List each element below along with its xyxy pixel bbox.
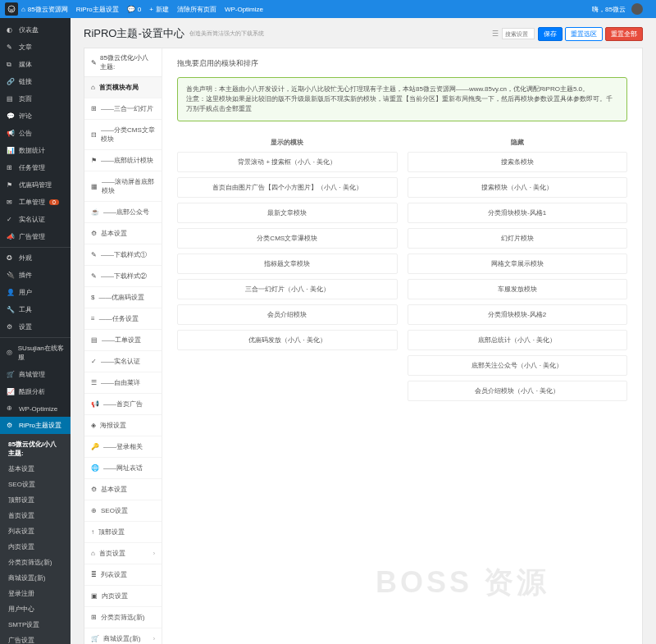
settings-menu-item[interactable]: ☕——底部公众号: [84, 202, 162, 223]
settings-menu-item[interactable]: ⚑——底部统计模块: [84, 150, 162, 171]
settings-menu-item[interactable]: ⌂首页模块布局: [84, 77, 162, 98]
sidebar-subitem[interactable]: 商城设置(新): [0, 570, 71, 586]
settings-menu-item[interactable]: 🔑——登录相关: [84, 436, 162, 458]
module-item[interactable]: 幻灯片模块: [408, 228, 628, 249]
module-item[interactable]: 背景滚动 + 搜索框（小八 · 美化）: [177, 152, 398, 172]
module-item[interactable]: 三合一幻灯片（小八 · 美化）: [177, 279, 398, 299]
module-item[interactable]: 会员介绍模块: [177, 304, 398, 325]
sidebar-item[interactable]: ⚙RiPro主题设置: [0, 417, 71, 434]
sidebar-subitem[interactable]: 列表设置: [0, 523, 71, 539]
sidebar-item[interactable]: ✓实名认证: [0, 211, 71, 228]
sidebar-item[interactable]: 📊数据统计: [0, 142, 71, 159]
sidebar-item[interactable]: 📢公告: [0, 125, 71, 142]
home-icon: ⌂: [21, 6, 25, 13]
settings-menu-item[interactable]: ↑顶部设置: [84, 522, 162, 543]
module-item[interactable]: 指标题文章模块: [177, 253, 398, 274]
settings-menu-item[interactable]: ⚙基本设置: [84, 479, 162, 500]
menu-item-label: ——下载样式①: [101, 250, 147, 259]
sidebar-item[interactable]: 🔌插件: [0, 267, 71, 284]
module-item[interactable]: 优惠码发放（小八 · 美化）: [177, 330, 398, 350]
settings-menu-item[interactable]: ▤——工单设置: [84, 330, 162, 351]
sidebar-item[interactable]: 🛒商城管理: [0, 366, 71, 383]
settings-menu-item[interactable]: ▦——滚动屏首底部模块: [84, 171, 162, 202]
module-item[interactable]: 底部总统计（小八 · 美化）: [408, 330, 628, 350]
sidebar-item[interactable]: ▤页面: [0, 90, 71, 107]
sidebar-subitem[interactable]: 登录注册: [0, 586, 71, 601]
module-item[interactable]: 分类CMS文章瀑模块: [177, 228, 398, 249]
menu-icon: 🔗: [7, 78, 15, 86]
sidebar-item[interactable]: 🔗链接: [0, 73, 71, 90]
sidebar-subitem[interactable]: 广告设置: [0, 633, 71, 644]
greeting[interactable]: 嗨，85微云: [592, 3, 643, 15]
sidebar-item[interactable]: ⧉媒体: [0, 56, 71, 73]
sidebar-item[interactable]: ✪外观: [0, 247, 71, 267]
sidebar-item[interactable]: 📣广告管理: [0, 228, 71, 245]
settings-menu-item[interactable]: ⊕SEO设置: [84, 500, 162, 522]
reset-all-button[interactable]: 重置全部: [605, 27, 643, 41]
module-item[interactable]: 最新文章模块: [177, 203, 398, 223]
sidebar-subitem[interactable]: 内页设置: [0, 539, 71, 555]
sidebar-subitem[interactable]: SEO设置: [0, 477, 71, 492]
sidebar-item[interactable]: ⚙设置: [0, 318, 71, 336]
module-item[interactable]: 网格文章展示模块: [408, 253, 628, 274]
settings-menu-item[interactable]: ⚙基本设置: [84, 223, 162, 244]
module-item[interactable]: 搜索条模块: [408, 152, 628, 172]
settings-menu-item[interactable]: 📢——首页广告: [84, 394, 162, 415]
module-item[interactable]: 会员介绍模块（小八 · 美化）: [408, 381, 628, 401]
settings-menu-item[interactable]: 🌐——网址表话: [84, 458, 162, 479]
save-button[interactable]: 保存: [538, 27, 563, 41]
settings-menu-item[interactable]: ◈海报设置: [84, 415, 162, 436]
settings-menu-item[interactable]: ✎——下载样式②: [84, 266, 162, 287]
wp-logo-icon[interactable]: [5, 2, 18, 16]
sidebar-item[interactable]: ✎文章: [0, 39, 71, 56]
settings-menu-item[interactable]: $——优惠码设置: [84, 287, 162, 308]
module-item[interactable]: 车服发放模块: [408, 279, 628, 299]
sidebar-item[interactable]: 👤用户: [0, 284, 71, 301]
sidebar-item[interactable]: ⊞任务管理: [0, 159, 71, 176]
module-item[interactable]: 底部关注公众号（小八 · 美化）: [408, 355, 628, 376]
module-item[interactable]: 搜索模块（小八 · 美化）: [408, 177, 628, 198]
settings-menu-item[interactable]: ≡——任务设置: [84, 308, 162, 330]
sidebar-item[interactable]: ◐仪表盘: [0, 21, 71, 39]
reset-section-button[interactable]: 重置选区: [565, 27, 603, 41]
settings-menu-item[interactable]: ⊟——分类CMS文章模块: [84, 120, 162, 150]
sidebar-subitem[interactable]: 顶部设置: [0, 492, 71, 508]
site-name-link[interactable]: ⌂85微云资源网: [21, 5, 68, 14]
settings-menu-item[interactable]: ▣内页设置: [84, 586, 162, 607]
sidebar-subitem[interactable]: 85微云优化/小八主题:: [0, 436, 71, 461]
settings-menu-item[interactable]: ☰——自由菜详: [84, 372, 162, 394]
sidebar-subitem[interactable]: SMTP设置: [0, 617, 71, 633]
sidebar-item[interactable]: ⚑优惠码管理: [0, 176, 71, 194]
settings-search-input[interactable]: [502, 28, 535, 39]
wp-optimize-link[interactable]: WP-Optimize: [225, 6, 263, 13]
sidebar-subitem[interactable]: 基本设置: [0, 461, 71, 477]
menu-item-icon: ⊟: [91, 131, 97, 139]
sidebar-item[interactable]: ✉工单管理0: [0, 194, 71, 211]
module-item[interactable]: 分类滑块模块-风格2: [408, 304, 628, 325]
comments-link[interactable]: 💬0: [127, 6, 141, 13]
new-content-link[interactable]: +新建: [149, 5, 169, 14]
settings-menu-item[interactable]: ≣列表设置: [84, 564, 162, 586]
settings-menu-item[interactable]: ⌂首页设置›: [84, 543, 162, 564]
sidebar-subitem[interactable]: 分类页筛选(新): [0, 555, 71, 570]
settings-menu-item[interactable]: ⊞分类页筛选(新): [84, 607, 162, 628]
menu-icon: 🔧: [7, 306, 15, 314]
sidebar-item[interactable]: ◎SUsujian在线客服: [0, 337, 71, 366]
module-item[interactable]: 首页自由图片广告【四个小方图片】（小八 · 美化）: [177, 177, 398, 198]
theme-settings-link[interactable]: RiPro主题设置: [76, 5, 119, 14]
sidebar-subitem[interactable]: 首页设置: [0, 508, 71, 523]
sidebar-item[interactable]: 🔧工具: [0, 301, 71, 318]
sidebar-item[interactable]: 📈酷跟分析: [0, 383, 71, 400]
menu-icon[interactable]: ☰: [492, 30, 499, 38]
menu-icon: ✉: [7, 199, 15, 207]
sidebar-subitem[interactable]: 用户中心: [0, 601, 71, 617]
settings-menu-item[interactable]: 🛒商城设置(新)›: [84, 628, 162, 644]
sidebar-item[interactable]: ⊕WP-Optimize: [0, 400, 71, 417]
settings-menu-item[interactable]: ⊞——三合一幻灯片: [84, 98, 162, 120]
sidebar-item[interactable]: 💬评论: [0, 107, 71, 125]
settings-menu-item[interactable]: ✓——实名认证: [84, 351, 162, 372]
module-item[interactable]: 分类滑块模块-风格1: [408, 203, 628, 223]
menu-item-icon: ≡: [91, 315, 95, 322]
clear-pages-link[interactable]: 清除所有页面: [177, 5, 216, 14]
settings-menu-item[interactable]: ✎——下载样式①: [84, 244, 162, 266]
